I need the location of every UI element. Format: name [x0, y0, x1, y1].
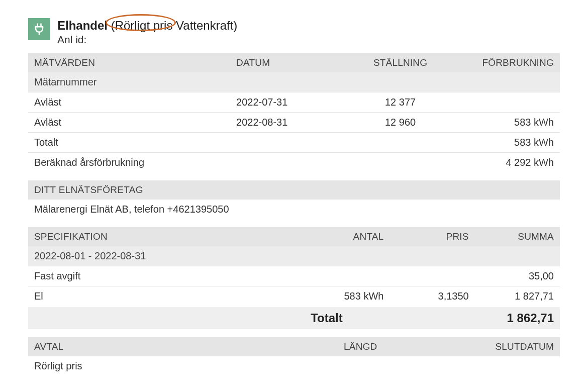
- total-row: Totalt 1 862,71: [28, 307, 560, 329]
- col-langd: LÄNGD: [294, 337, 427, 356]
- col-forbrukning: FÖRBRUKNING: [453, 53, 560, 72]
- cell-reading: [347, 153, 454, 173]
- title-bold: Elhandel: [57, 19, 108, 32]
- table-row: Avläst 2022-07-31 12 377: [28, 92, 560, 113]
- cell-date: 2022-08-31: [230, 113, 347, 133]
- total-value: 1 862,71: [475, 307, 560, 329]
- table-row: Beräknad årsförbrukning 4 292 kWh: [28, 153, 560, 173]
- meter-number-row: Mätarnummer: [28, 72, 560, 92]
- cell-label: Avläst: [28, 92, 230, 113]
- cell-label: Beräknad årsförbrukning: [28, 153, 230, 173]
- cell-avtal: Rörligt pris: [28, 356, 294, 376]
- cell-reading: [347, 133, 454, 153]
- specification-table: SPECIFIKATION ANTAL PRIS SUMMA 2022-08-0…: [28, 227, 560, 329]
- grid-company-header: DITT ELNÄTSFÖRETAG: [28, 180, 560, 200]
- col-antal: ANTAL: [305, 227, 389, 246]
- contract-table: AVTAL LÄNGD SLUTDATUM Rörligt pris: [28, 337, 560, 376]
- cell-langd: [294, 356, 427, 376]
- cell-price: [389, 266, 474, 286]
- cell-price: 3,1350: [389, 286, 474, 307]
- cell-label: El: [28, 286, 305, 307]
- cell-usage: [453, 92, 560, 113]
- col-stallning: STÄLLNING: [347, 53, 454, 72]
- cell-sum: 35,00: [475, 266, 560, 286]
- total-label: Totalt: [305, 307, 389, 329]
- col-avtal: AVTAL: [28, 337, 294, 356]
- cell-usage: 4 292 kWh: [453, 153, 560, 173]
- page-title: Elhandel (Rörligt pris Vattenkraft): [57, 18, 237, 33]
- cell-reading: 12 377: [347, 92, 454, 113]
- grid-company-table: DITT ELNÄTSFÖRETAG Mälarenergi Elnät AB,…: [28, 180, 560, 219]
- table-row: El 583 kWh 3,1350 1 827,71: [28, 286, 560, 307]
- cell-date: [230, 153, 347, 173]
- cell-sum: 1 827,71: [475, 286, 560, 307]
- grid-company-value: Mälarenergi Elnät AB, telefon +462139505…: [28, 200, 560, 219]
- title-block: Elhandel (Rörligt pris Vattenkraft) Anl …: [57, 18, 237, 46]
- cell-label: Totalt: [28, 133, 230, 153]
- cell-date: [230, 133, 347, 153]
- cell-usage: 583 kWh: [453, 113, 560, 133]
- cell-qty: [305, 266, 389, 286]
- cell-qty: 583 kWh: [305, 286, 389, 307]
- col-specifikation: SPECIFIKATION: [28, 227, 305, 246]
- cell-date: 2022-07-31: [230, 92, 347, 113]
- cell-reading: 12 960: [347, 113, 454, 133]
- title-rest: (Rörligt pris Vattenkraft): [108, 19, 237, 32]
- plug-icon: [28, 18, 50, 40]
- table-row: Mälarenergi Elnät AB, telefon +462139505…: [28, 200, 560, 219]
- table-row: Rörligt pris: [28, 356, 560, 376]
- col-slutdatum: SLUTDATUM: [427, 337, 560, 356]
- anl-id-label: Anl id:: [57, 33, 237, 46]
- metered-values-table: MÄTVÄRDEN DATUM STÄLLNING FÖRBRUKNING Mä…: [28, 53, 560, 172]
- table-row: Fast avgift 35,00: [28, 266, 560, 286]
- period-label: 2022-08-01 - 2022-08-31: [28, 246, 560, 266]
- cell-label: Avläst: [28, 113, 230, 133]
- meter-number-label: Mätarnummer: [28, 72, 560, 92]
- col-datum: DATUM: [230, 53, 347, 72]
- col-matvarden: MÄTVÄRDEN: [28, 53, 230, 72]
- cell-label: Fast avgift: [28, 266, 305, 286]
- col-summa: SUMMA: [475, 227, 560, 246]
- cell-usage: 583 kWh: [453, 133, 560, 153]
- table-row: Totalt 583 kWh: [28, 133, 560, 153]
- col-pris: PRIS: [389, 227, 474, 246]
- cell-slutdatum: [427, 356, 560, 376]
- table-row: Avläst 2022-08-31 12 960 583 kWh: [28, 113, 560, 133]
- document-header: Elhandel (Rörligt pris Vattenkraft) Anl …: [28, 18, 560, 46]
- period-row: 2022-08-01 - 2022-08-31: [28, 246, 560, 266]
